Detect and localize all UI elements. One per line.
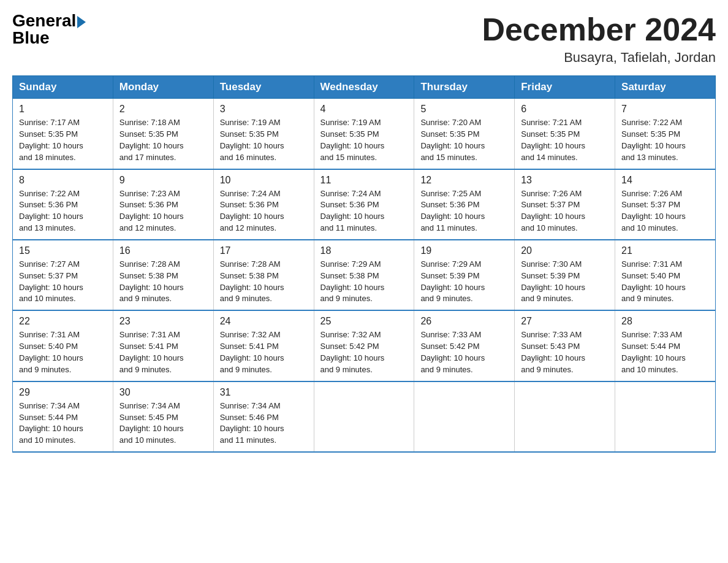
week-row-2: 8Sunrise: 7:22 AMSunset: 5:36 PMDaylight…	[13, 169, 716, 240]
day-number: 16	[119, 245, 207, 256]
logo-blue: Blue	[12, 29, 86, 47]
day-cell-w5-d3: 31Sunrise: 7:34 AMSunset: 5:46 PMDayligh…	[213, 381, 314, 452]
day-number: 17	[220, 245, 308, 256]
day-number: 29	[19, 387, 107, 398]
day-number: 11	[320, 175, 408, 186]
col-wednesday: Wednesday	[314, 76, 414, 99]
day-number: 12	[420, 175, 508, 186]
calendar-header-row: Sunday Monday Tuesday Wednesday Thursday…	[13, 76, 716, 99]
day-cell-w2-d1: 8Sunrise: 7:22 AMSunset: 5:36 PMDaylight…	[13, 169, 113, 240]
day-cell-w4-d3: 24Sunrise: 7:32 AMSunset: 5:41 PMDayligh…	[213, 310, 314, 381]
day-info: Sunrise: 7:33 AMSunset: 5:42 PMDaylight:…	[420, 329, 508, 375]
logo-arrow-icon	[77, 16, 86, 28]
day-info: Sunrise: 7:25 AMSunset: 5:36 PMDaylight:…	[420, 188, 508, 234]
day-cell-w2-d7: 14Sunrise: 7:26 AMSunset: 5:37 PMDayligh…	[615, 169, 716, 240]
day-cell-w5-d1: 29Sunrise: 7:34 AMSunset: 5:44 PMDayligh…	[13, 381, 113, 452]
day-number: 20	[521, 245, 609, 256]
day-info: Sunrise: 7:19 AMSunset: 5:35 PMDaylight:…	[220, 117, 308, 163]
day-info: Sunrise: 7:23 AMSunset: 5:36 PMDaylight:…	[119, 188, 207, 234]
day-number: 28	[621, 316, 709, 327]
day-cell-w2-d2: 9Sunrise: 7:23 AMSunset: 5:36 PMDaylight…	[113, 169, 213, 240]
day-cell-w4-d6: 27Sunrise: 7:33 AMSunset: 5:43 PMDayligh…	[515, 310, 615, 381]
day-number: 8	[19, 175, 107, 186]
day-info: Sunrise: 7:20 AMSunset: 5:35 PMDaylight:…	[420, 117, 508, 163]
day-info: Sunrise: 7:31 AMSunset: 5:41 PMDaylight:…	[119, 329, 207, 375]
day-cell-w3-d5: 19Sunrise: 7:29 AMSunset: 5:39 PMDayligh…	[414, 240, 515, 310]
week-row-4: 22Sunrise: 7:31 AMSunset: 5:40 PMDayligh…	[13, 310, 716, 381]
day-number: 24	[220, 316, 308, 327]
col-saturday: Saturday	[615, 76, 716, 99]
day-cell-w5-d5	[414, 381, 515, 452]
day-info: Sunrise: 7:29 AMSunset: 5:39 PMDaylight:…	[420, 259, 508, 305]
day-info: Sunrise: 7:32 AMSunset: 5:42 PMDaylight:…	[320, 329, 408, 375]
day-info: Sunrise: 7:24 AMSunset: 5:36 PMDaylight:…	[220, 188, 308, 234]
day-info: Sunrise: 7:18 AMSunset: 5:35 PMDaylight:…	[119, 117, 207, 163]
page-header: General Blue December 2024 Busayra, Tafi…	[12, 12, 716, 66]
day-info: Sunrise: 7:34 AMSunset: 5:46 PMDaylight:…	[220, 400, 308, 446]
day-info: Sunrise: 7:19 AMSunset: 5:35 PMDaylight:…	[320, 117, 408, 163]
day-number: 9	[119, 175, 207, 186]
location: Busayra, Tafielah, Jordan	[482, 50, 716, 66]
day-cell-w5-d6	[515, 381, 615, 452]
day-cell-w1-d4: 4Sunrise: 7:19 AMSunset: 5:35 PMDaylight…	[314, 99, 414, 169]
day-number: 7	[621, 104, 709, 115]
day-number: 21	[621, 245, 709, 256]
day-number: 23	[119, 316, 207, 327]
day-info: Sunrise: 7:34 AMSunset: 5:45 PMDaylight:…	[119, 400, 207, 446]
day-info: Sunrise: 7:27 AMSunset: 5:37 PMDaylight:…	[19, 259, 107, 305]
day-info: Sunrise: 7:31 AMSunset: 5:40 PMDaylight:…	[19, 329, 107, 375]
week-row-1: 1Sunrise: 7:17 AMSunset: 5:35 PMDaylight…	[13, 99, 716, 169]
day-info: Sunrise: 7:31 AMSunset: 5:40 PMDaylight:…	[621, 259, 709, 305]
day-cell-w5-d4	[314, 381, 414, 452]
calendar-table: Sunday Monday Tuesday Wednesday Thursday…	[12, 75, 716, 453]
day-info: Sunrise: 7:17 AMSunset: 5:35 PMDaylight:…	[19, 117, 107, 163]
week-row-5: 29Sunrise: 7:34 AMSunset: 5:44 PMDayligh…	[13, 381, 716, 452]
col-sunday: Sunday	[13, 76, 113, 99]
day-info: Sunrise: 7:34 AMSunset: 5:44 PMDaylight:…	[19, 400, 107, 446]
day-info: Sunrise: 7:22 AMSunset: 5:35 PMDaylight:…	[621, 117, 709, 163]
day-cell-w2-d6: 13Sunrise: 7:26 AMSunset: 5:37 PMDayligh…	[515, 169, 615, 240]
day-info: Sunrise: 7:29 AMSunset: 5:38 PMDaylight:…	[320, 259, 408, 305]
day-info: Sunrise: 7:21 AMSunset: 5:35 PMDaylight:…	[521, 117, 609, 163]
day-number: 10	[220, 175, 308, 186]
day-cell-w2-d4: 11Sunrise: 7:24 AMSunset: 5:36 PMDayligh…	[314, 169, 414, 240]
day-number: 25	[320, 316, 408, 327]
day-cell-w1-d1: 1Sunrise: 7:17 AMSunset: 5:35 PMDaylight…	[13, 99, 113, 169]
day-cell-w3-d2: 16Sunrise: 7:28 AMSunset: 5:38 PMDayligh…	[113, 240, 213, 310]
day-cell-w5-d2: 30Sunrise: 7:34 AMSunset: 5:45 PMDayligh…	[113, 381, 213, 452]
col-friday: Friday	[515, 76, 615, 99]
day-number: 30	[119, 387, 207, 398]
day-number: 13	[521, 175, 609, 186]
day-cell-w2-d5: 12Sunrise: 7:25 AMSunset: 5:36 PMDayligh…	[414, 169, 515, 240]
day-cell-w3-d7: 21Sunrise: 7:31 AMSunset: 5:40 PMDayligh…	[615, 240, 716, 310]
title-block: December 2024 Busayra, Tafielah, Jordan	[482, 12, 716, 66]
day-number: 3	[220, 104, 308, 115]
day-cell-w1-d5: 5Sunrise: 7:20 AMSunset: 5:35 PMDaylight…	[414, 99, 515, 169]
day-cell-w4-d2: 23Sunrise: 7:31 AMSunset: 5:41 PMDayligh…	[113, 310, 213, 381]
day-cell-w3-d4: 18Sunrise: 7:29 AMSunset: 5:38 PMDayligh…	[314, 240, 414, 310]
week-row-3: 15Sunrise: 7:27 AMSunset: 5:37 PMDayligh…	[13, 240, 716, 310]
day-number: 19	[420, 245, 508, 256]
day-info: Sunrise: 7:30 AMSunset: 5:39 PMDaylight:…	[521, 259, 609, 305]
day-cell-w4-d5: 26Sunrise: 7:33 AMSunset: 5:42 PMDayligh…	[414, 310, 515, 381]
day-cell-w1-d6: 6Sunrise: 7:21 AMSunset: 5:35 PMDaylight…	[515, 99, 615, 169]
day-number: 22	[19, 316, 107, 327]
day-cell-w4-d1: 22Sunrise: 7:31 AMSunset: 5:40 PMDayligh…	[13, 310, 113, 381]
day-number: 6	[521, 104, 609, 115]
day-info: Sunrise: 7:26 AMSunset: 5:37 PMDaylight:…	[621, 188, 709, 234]
day-cell-w4-d7: 28Sunrise: 7:33 AMSunset: 5:44 PMDayligh…	[615, 310, 716, 381]
day-info: Sunrise: 7:32 AMSunset: 5:41 PMDaylight:…	[220, 329, 308, 375]
day-cell-w5-d7	[615, 381, 716, 452]
day-info: Sunrise: 7:28 AMSunset: 5:38 PMDaylight:…	[119, 259, 207, 305]
col-tuesday: Tuesday	[213, 76, 314, 99]
day-number: 27	[521, 316, 609, 327]
day-number: 14	[621, 175, 709, 186]
col-monday: Monday	[113, 76, 213, 99]
logo: General Blue	[12, 12, 86, 47]
month-title: December 2024	[482, 12, 716, 47]
day-info: Sunrise: 7:26 AMSunset: 5:37 PMDaylight:…	[521, 188, 609, 234]
day-cell-w1-d3: 3Sunrise: 7:19 AMSunset: 5:35 PMDaylight…	[213, 99, 314, 169]
day-number: 1	[19, 104, 107, 115]
day-number: 31	[220, 387, 308, 398]
day-number: 18	[320, 245, 408, 256]
